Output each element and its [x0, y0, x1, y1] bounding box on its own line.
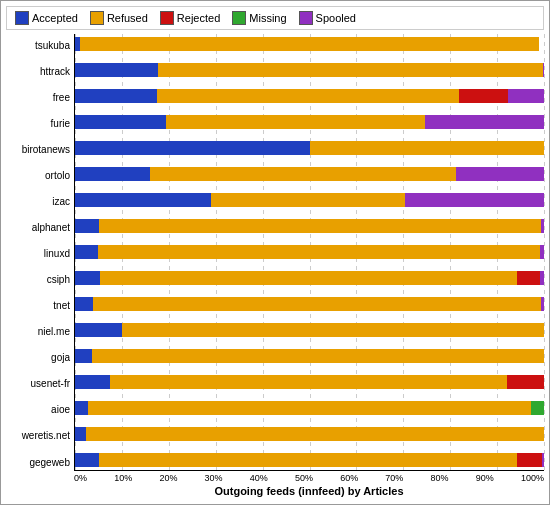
y-label-free: free [6, 88, 70, 106]
bar-segment-accepted [75, 271, 100, 285]
legend-missing: Missing [232, 11, 286, 25]
missing-color [232, 11, 246, 25]
x-tick: 80% [431, 473, 449, 483]
bar-row: 6162172 [75, 399, 544, 417]
y-label-linuxd: linuxd [6, 245, 70, 263]
x-tick: 100% [521, 473, 544, 483]
bar-segment-accepted [75, 375, 110, 389]
bar-segment-rejected [517, 271, 540, 285]
bar-row: 2512135 [75, 451, 544, 469]
x-tick: 70% [385, 473, 403, 483]
bar-segment-missing [531, 401, 544, 415]
bar-segment-refused [150, 167, 456, 181]
y-label-niel.me: niel.me [6, 323, 70, 341]
bar-row: 7361421 [75, 269, 544, 287]
legend-refused-label: Refused [107, 12, 148, 24]
bar-segment-spooled [508, 89, 544, 103]
bar-row: 19611960 [75, 35, 544, 53]
rejected-color [160, 11, 174, 25]
bar-row: 2540285 [75, 321, 544, 339]
bar-segment-rejected [459, 89, 508, 103]
bar-segment-spooled [540, 245, 544, 259]
bar-segment-refused [310, 141, 544, 155]
bar-row: 6347156 [75, 425, 544, 443]
bar-segment-spooled [542, 453, 544, 467]
bar-segment-spooled [543, 63, 544, 77]
y-label-aioe: aioe [6, 401, 70, 419]
bar-segment-refused [158, 63, 543, 77]
bar-segment-accepted [75, 453, 99, 467]
bar-row: 1351562 [75, 191, 544, 209]
bars-content: 1961196089361932757215475414130666766635… [75, 34, 544, 470]
bar-segment-accepted [75, 349, 92, 363]
bar-row: 89361932 [75, 61, 544, 79]
bar-segment-refused [99, 219, 541, 233]
spooled-color [299, 11, 313, 25]
y-label-izac: izac [6, 192, 70, 210]
legend-refused: Refused [90, 11, 148, 25]
bar-row: 667666 [75, 139, 544, 157]
bar-segment-refused [157, 89, 460, 103]
y-label-tnet: tnet [6, 297, 70, 315]
bar-segment-refused [86, 427, 544, 441]
y-label-goja: goja [6, 349, 70, 367]
bar-segment-refused [98, 245, 540, 259]
bar-row: 75721547 [75, 87, 544, 105]
legend-accepted-label: Accepted [32, 12, 78, 24]
x-title: Outgoing feeds (innfeed) by Articles [74, 485, 544, 497]
bar-row: 7611282 [75, 347, 544, 365]
bar-segment-accepted [75, 219, 99, 233]
bar-segment-refused [166, 115, 425, 129]
bar-row: 54141306 [75, 113, 544, 131]
bar-segment-accepted [75, 193, 211, 207]
y-label-furie: furie [6, 114, 70, 132]
grid-line [544, 34, 545, 470]
x-ticks: 0%10%20%30%40%50%60%70%80%90%100% [74, 471, 544, 483]
x-tick: 20% [159, 473, 177, 483]
legend-accepted: Accepted [15, 11, 78, 25]
bar-segment-spooled [456, 167, 544, 181]
y-label-httrack: httrack [6, 62, 70, 80]
chart-area: tsukubahttrackfreefuriebirotanewsortoloi… [6, 34, 544, 499]
bar-segment-accepted [75, 167, 150, 181]
bar-segment-spooled [425, 115, 544, 129]
legend-missing-label: Missing [249, 12, 286, 24]
bar-segment-refused [88, 401, 531, 415]
legend-rejected: Rejected [160, 11, 220, 25]
legend-spooled: Spooled [299, 11, 356, 25]
y-label-birotanews: birotanews [6, 140, 70, 158]
y-label-gegeweb: gegeweb [6, 453, 70, 471]
y-label-usenet-fr: usenet-fr [6, 375, 70, 393]
bar-segment-refused [99, 453, 517, 467]
chart-container: Accepted Refused Rejected Missing Spoole… [0, 0, 550, 505]
bar-row: 9330363 [75, 295, 544, 313]
bar-segment-rejected [507, 375, 544, 389]
accepted-color [15, 11, 29, 25]
bar-row: 2462201 [75, 373, 544, 391]
legend-spooled-label: Spooled [316, 12, 356, 24]
bar-segment-refused [122, 323, 544, 337]
bars-area: 1961196089361932757215475414130666766635… [74, 34, 544, 471]
x-tick: 50% [295, 473, 313, 483]
bar-segment-spooled [540, 271, 544, 285]
bar-segment-spooled [541, 297, 544, 311]
y-label-weretis.net: weretis.net [6, 427, 70, 445]
bar-segment-accepted [75, 245, 98, 259]
bar-segment-accepted [75, 89, 157, 103]
x-tick: 90% [476, 473, 494, 483]
legend: Accepted Refused Rejected Missing Spoole… [6, 6, 544, 30]
bar-segment-accepted [75, 115, 166, 129]
bar-segment-accepted [75, 401, 88, 415]
y-label-csiph: csiph [6, 271, 70, 289]
x-axis: 0%10%20%30%40%50%60%70%80%90%100% Outgoi… [74, 471, 544, 499]
bar-segment-spooled [405, 193, 544, 207]
x-tick: 30% [205, 473, 223, 483]
bar-segment-accepted [75, 427, 86, 441]
bar-row: 8952477 [75, 217, 544, 235]
y-label-tsukuba: tsukuba [6, 36, 70, 54]
y-label-ortolo: ortolo [6, 166, 70, 184]
x-tick: 0% [74, 473, 87, 483]
bars-and-x: 1961196089361932757215475414130666766635… [74, 34, 544, 499]
bar-row: 3519663 [75, 165, 544, 183]
bar-segment-refused [211, 193, 405, 207]
